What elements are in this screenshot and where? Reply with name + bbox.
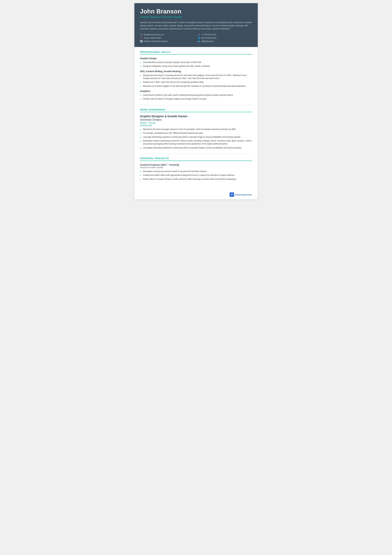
- project-title: Content Producer (2017 – Present): [140, 163, 252, 166]
- location-text: Texas, United States: [144, 37, 161, 39]
- job-date: 08/2017 – Present: [140, 122, 252, 124]
- candidate-name: John Branson: [140, 8, 252, 15]
- work-job-item: Graphic Designer & Growth Hacker Downtow…: [140, 115, 252, 149]
- graphic-design-title: Graphic Design:: [140, 57, 252, 60]
- contact-twitter: 🐦 @johnbranson: [198, 40, 252, 43]
- linkedin-icon: in: [140, 40, 143, 42]
- contact-location: 📍 Texas, United States: [140, 37, 194, 39]
- header-section: John Branson Graphic Designer & Growth H…: [134, 3, 258, 47]
- phone-icon: ☐: [198, 34, 200, 36]
- professional-skills-section: PROFESSIONAL SKILLS Graphic Design: Used…: [140, 51, 252, 101]
- contact-linkedin: in linkedin.com/in/john-branson: [140, 40, 194, 43]
- bullet-item: Started personal blog for reviewing elec…: [140, 74, 252, 80]
- novoresume-logo: novoresume.com: [230, 192, 252, 197]
- email-icon: ✉: [140, 34, 143, 36]
- twitter-icon: 🐦: [198, 40, 200, 43]
- website-icon: 🌐: [198, 37, 200, 39]
- seo-bullets: Started personal blog for reviewing elec…: [140, 74, 252, 88]
- analytics-title: Analytics:: [140, 90, 252, 92]
- twitter-text: @johnbranson: [201, 40, 214, 42]
- bullet-item: Developed concept and overall content of…: [140, 170, 252, 173]
- project-item: Content Producer (2017 – Present) Person…: [140, 163, 252, 181]
- bullet-item: Gained over 1,500+ visits from Quora fro…: [140, 81, 252, 84]
- bullet-item: On average, prototyped up to 20+ differe…: [140, 132, 252, 135]
- location-icon: 📍: [140, 37, 143, 39]
- logo-text: novoresume.com: [235, 193, 252, 196]
- resume-document: John Branson Graphic Designer & Growth H…: [134, 3, 258, 199]
- company-name: Downtown Designs: [140, 118, 252, 121]
- bullet-item: Reached out to fellow bloggers in the fi…: [140, 85, 252, 88]
- website-text: john-branson.com: [201, 37, 217, 39]
- main-content: PROFESSIONAL SKILLS Graphic Design: Used…: [134, 47, 258, 191]
- project-bullets: Developed concept and overall content of…: [140, 170, 252, 181]
- analytics-subsection: Analytics: Used Ahrefs to perform site a…: [140, 90, 252, 101]
- footer: novoresume.com: [134, 191, 258, 199]
- personal-projects-title: PERSONAL PROJECTS: [140, 157, 252, 161]
- bullet-item: Developed creative advertising content f…: [140, 139, 252, 146]
- project-subtitle: Personal YouTube Channel: [140, 167, 252, 169]
- personal-projects-section: PERSONAL PROJECTS Content Producer (2017…: [140, 157, 252, 181]
- bullet-item: Leveraged rebranding expertise in enhanc…: [140, 146, 252, 149]
- achievements-label: Achievements: [140, 124, 252, 127]
- graphic-design-bullets: Used WordPress theme to design website, …: [140, 61, 252, 68]
- work-experience-title: WORK EXPERIENCE: [140, 108, 252, 112]
- analytics-bullets: Used Ahrefs to perform site audit, and f…: [140, 94, 252, 101]
- logo-icon: [230, 192, 234, 197]
- job-title: Graphic Designer & Growth Hacker: [140, 115, 252, 118]
- contact-phone: ☐ +1 730 512 5123: [198, 34, 252, 36]
- bullet-item: Used Ahrefs to perform site audit, and f…: [140, 94, 252, 97]
- bullet-item: Familiar with the basics of Google Analy…: [140, 97, 252, 101]
- seo-title: SEO, Content Writing, Growth Hacking:: [140, 70, 252, 73]
- graphic-design-subsection: Graphic Design: Used WordPress theme to …: [140, 57, 252, 68]
- contact-email: ✉ john@novoresume.com: [140, 34, 194, 36]
- linkedin-text: linkedin.com/in/john-branson: [144, 40, 168, 42]
- job-bullets: Optimized old check-out page, based on c…: [140, 128, 252, 149]
- bullet-item: Edited videos for proper timings of audi…: [140, 178, 252, 181]
- contact-grid: ✉ john@novoresume.com ☐ +1 730 512 5123 …: [140, 34, 252, 43]
- phone-text: +1 730 512 5123: [201, 34, 216, 36]
- bullet-item: Created and edited videos with appropria…: [140, 174, 252, 177]
- work-experience-section: WORK EXPERIENCE Graphic Designer & Growt…: [140, 108, 252, 149]
- bullet-item: Used WordPress theme to design website, …: [140, 61, 252, 64]
- professional-skills-title: PROFESSIONAL SKILLS: [140, 51, 252, 55]
- bullet-item: Leverage rebranding expertise in enhanci…: [140, 136, 252, 139]
- bullet-item: Designed infographic using Canva which g…: [140, 65, 252, 68]
- email-text: john@novoresume.com: [144, 34, 164, 36]
- candidate-summary: Dynamic and innovative professional with…: [140, 21, 252, 30]
- candidate-title: Graphic Designer & Growth Hacker: [140, 15, 252, 19]
- seo-subsection: SEO, Content Writing, Growth Hacking: St…: [140, 70, 252, 88]
- bullet-item: Optimized old check-out page, based on c…: [140, 128, 252, 131]
- contact-website: 🌐 john-branson.com: [198, 37, 252, 39]
